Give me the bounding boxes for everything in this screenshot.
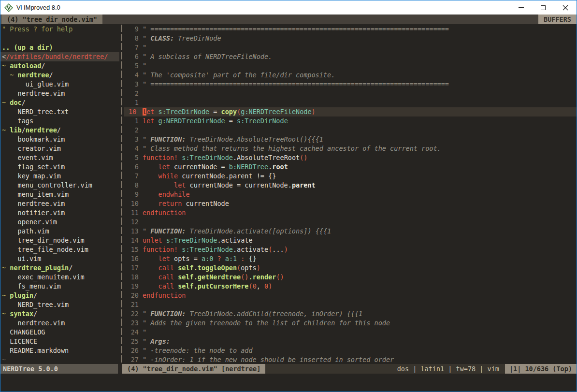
code-line[interactable]: 9 endwhile — [124, 190, 577, 199]
code-line[interactable]: 2 — [124, 89, 577, 98]
token-cm: " — [143, 135, 150, 143]
code-line[interactable]: 20endfunction — [124, 291, 577, 300]
nerdtree-item[interactable]: flag_set.vim — [0, 162, 119, 172]
nerdtree-item[interactable]: tree_file_node.vim — [0, 245, 119, 254]
nerdtree-item[interactable]: exec_menuitem.vim — [0, 273, 119, 282]
token-cm: " — [143, 328, 146, 336]
code-line[interactable]: 5" — [124, 61, 577, 71]
code-line[interactable]: 9" =====================================… — [124, 25, 577, 34]
nerdtree-item[interactable]: bookmark.vim — [0, 135, 119, 144]
code-line[interactable]: 1 — [124, 98, 577, 107]
code-line[interactable]: 22" FUNCTION: TreeDirNode.addChild(treen… — [124, 309, 577, 319]
nerdtree-item[interactable]: LICENCE — [0, 337, 119, 346]
token-id: s:TreeDirNode — [182, 154, 233, 161]
code-line[interactable]: 4" Class method that returns the highest… — [124, 144, 577, 153]
code-line[interactable]: 2 — [124, 126, 577, 135]
nerdtree-item[interactable]: key_map.vim — [0, 172, 119, 181]
code-line[interactable]: 27" -inOrder: 1 if the new node should b… — [124, 355, 577, 364]
nerdtree-item[interactable]: path.vim — [0, 227, 119, 236]
nerdtree-item[interactable]: ~ lib/nerdtree/ — [0, 126, 119, 135]
nerdtree-item[interactable]: .. (up a dir) — [0, 43, 119, 52]
code-line[interactable]: 18 call self.getNerdtree().render() — [124, 273, 577, 282]
code-line[interactable]: 15function! s:TreeDirNode.activate(...) — [124, 245, 577, 254]
code-line[interactable]: 10 return currentNode — [124, 199, 577, 208]
nerdtree-item[interactable]: NERD_tree.txt — [0, 107, 119, 116]
nerdtree-item[interactable]: ui.vim — [0, 254, 119, 263]
token-root: /vimfiles/bundle/nerdtree/ — [6, 53, 108, 60]
nerdtree-item[interactable]: tree_dir_node.vim — [0, 236, 119, 245]
nerdtree-item[interactable]: " Press ? for help — [0, 25, 119, 34]
tab-tree-dir-node[interactable]: (4) "tree_dir_node.vim" — [1, 15, 102, 24]
nerdtree-item[interactable]: README.markdown — [0, 346, 119, 355]
nerdtree-item[interactable] — [0, 34, 119, 43]
nerdtree-item[interactable]: CHANGELOG — [0, 328, 119, 337]
nerdtree-item[interactable]: NERD_tree.vim — [0, 300, 119, 309]
code-line[interactable]: 17 call self.toggleOpen(opts) — [124, 263, 577, 273]
code-line[interactable]: 25" Args: — [124, 337, 577, 346]
code-line[interactable]: 12 — [124, 218, 577, 227]
editor-panel[interactable]: 9" =====================================… — [124, 24, 577, 364]
buffers-tab[interactable]: BUFFERS — [538, 15, 577, 24]
nerdtree-item[interactable]: fs_menu.vim — [0, 282, 119, 291]
nerdtree-item[interactable]: ~ nerdtree/ — [0, 71, 119, 80]
titlebar[interactable]: Vi IMproved 8.0 — [0, 0, 577, 15]
nerdtree-item[interactable]: ~ nerdtree_plugin/ — [0, 263, 119, 273]
nerdtree-item[interactable]: notifier.vim — [0, 208, 119, 218]
command-line[interactable] — [0, 374, 577, 392]
code-line[interactable]: 6" A subclass of NERDTreeFileNode. — [124, 52, 577, 61]
nerdtree-item[interactable]: creator.vim — [0, 144, 119, 153]
nerdtree-item[interactable]: ~ syntax/ — [0, 309, 119, 319]
code-line[interactable]: 21 — [124, 300, 577, 309]
code-line[interactable]: 14unlet s:TreeDirNode.activate — [124, 236, 577, 245]
code-line[interactable]: 3" =====================================… — [124, 80, 577, 89]
nerdtree-root-item[interactable]: </vimfiles/bundle/nerdtree/ — [0, 52, 119, 61]
code-line[interactable]: 3" FUNCTION: TreeDirNode.AbsoluteTreeRoo… — [124, 135, 577, 144]
token-id: a:0 — [202, 255, 213, 262]
nerdtree-item[interactable]: ~ autoload/ — [0, 61, 119, 71]
code-line[interactable]: 16 let opts = a:0 ? a:1 : {} — [124, 254, 577, 263]
maximize-button[interactable] — [532, 0, 554, 15]
nerdtree-item[interactable]: menu_item.vim — [0, 190, 119, 199]
code-line[interactable]: 19 call self.putCursorHere(0, 0) — [124, 282, 577, 291]
token-tx — [143, 190, 159, 198]
nerdtree-item[interactable]: ui_glue.vim — [0, 80, 119, 89]
close-button[interactable] — [554, 0, 577, 15]
line-number: 22 — [124, 309, 139, 319]
nerdtree-item[interactable]: tags — [0, 116, 119, 126]
minimize-button[interactable] — [510, 0, 532, 15]
nerdtree-item[interactable]: menu_controller.vim — [0, 181, 119, 190]
code-line[interactable]: 8 let currentNode = currentNode.parent — [124, 181, 577, 190]
code-line[interactable]: 7" — [124, 43, 577, 52]
code-line[interactable]: 26" -treenode: the node to add — [124, 346, 577, 355]
nerdtree-item[interactable]: nerdtree.vim — [0, 319, 119, 328]
token-cm: TreeDirNode.AbsoluteTreeRoot(){{{1 — [186, 135, 323, 143]
nerdtree-item[interactable]: ~ plugin/ — [0, 291, 119, 300]
token-mw: parent — [292, 181, 316, 189]
token-tx: opts — [241, 264, 257, 272]
line-number: 3 — [124, 135, 139, 144]
token-tx — [143, 163, 159, 171]
nerdtree-item[interactable]: ~ — [0, 355, 119, 364]
code-line[interactable]: 13" FUNCTION: TreeDirNode.activate([opti… — [124, 227, 577, 236]
code-line[interactable]: 6 let currentNode = b:NERDTree.root — [124, 162, 577, 172]
code-line[interactable]: 1let g:NERDTreeDirNode = s:TreeDirNode — [124, 116, 577, 126]
code-line[interactable]: 5function! s:TreeDirNode.AbsoluteTreeRoo… — [124, 153, 577, 162]
nerdtree-item[interactable]: event.vim — [0, 153, 119, 162]
window-separator[interactable] — [119, 24, 124, 364]
token-cmb: Args: — [150, 337, 170, 345]
code-line-cursor[interactable]: 10let s:TreeDirNode = copy(g:NERDTreeFil… — [124, 107, 577, 116]
code-line[interactable]: 7 while currentNode.parent != {} — [124, 172, 577, 181]
nerdtree-item[interactable]: opener.vim — [0, 218, 119, 227]
nerdtree-item[interactable]: nerdtree.vim — [0, 89, 119, 98]
code-line[interactable]: 11endfunction — [124, 208, 577, 218]
token-file: menu_controller.vim — [2, 181, 92, 189]
token-cur: l — [143, 108, 146, 116]
token-tilde: ~ — [2, 99, 10, 106]
nerdtree-item[interactable]: nerdtree.vim — [0, 199, 119, 208]
code-line[interactable]: 24" — [124, 328, 577, 337]
code-line[interactable]: 4" The 'composite' part of the file/dir … — [124, 71, 577, 80]
code-text: " ======================================… — [139, 25, 449, 34]
nerdtree-item[interactable]: ~ doc/ — [0, 98, 119, 107]
code-line[interactable]: 8" CLASS: TreeDirNode — [124, 34, 577, 43]
code-line[interactable]: 23" Adds the given treenode to the list … — [124, 319, 577, 328]
